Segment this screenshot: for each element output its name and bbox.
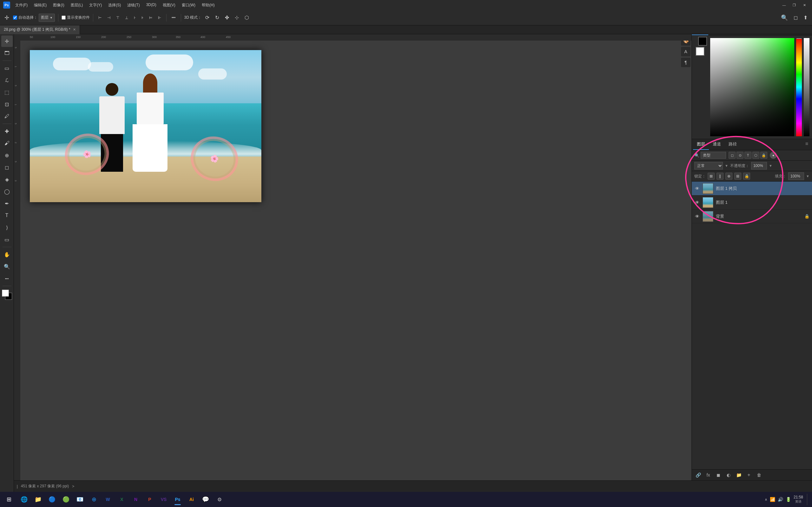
taskbar-app-excel[interactable]: X [115,493,128,506]
shape-tool[interactable]: ▭ [1,234,13,245]
taskbar-app-ppt[interactable]: P [143,493,156,506]
move-tool-button[interactable]: ✛ [3,13,11,23]
menu-3d[interactable]: 3D(D) [144,2,159,9]
align-extra2-button[interactable]: ⊩ [156,13,163,23]
layer-dropdown[interactable]: 图层 ▼ [39,14,55,22]
align-right-button[interactable]: ⊤ [114,13,121,23]
menu-window[interactable]: 窗口(W) [179,2,198,9]
taskbar-app-chrome[interactable]: 🟢 [60,493,72,506]
bg-color-box[interactable] [698,37,707,46]
foreground-color-swatch[interactable] [2,290,9,297]
system-clock[interactable]: 21:58 英语 [794,495,803,504]
taskbar-app-dev[interactable]: VS [157,493,170,506]
auto-select-checkbox[interactable] [13,15,17,20]
layer-effects-button[interactable]: fx [705,471,712,479]
new-group-button[interactable]: 📁 [735,471,743,479]
tab-layers[interactable]: 图层 [693,139,709,150]
tab-paths[interactable]: 路径 [725,139,741,150]
lock-image-button[interactable]: ∥ [716,173,723,180]
align-center-h-button[interactable]: ⊣ [105,13,112,23]
paragraph-button[interactable]: ¶ [681,58,691,67]
layers-panel-menu-button[interactable]: ≡ [803,139,811,150]
align-left-button[interactable]: ⊢ [96,13,103,23]
filter-adjustment-button[interactable]: ⊙ [737,152,744,159]
document-tab[interactable]: 28.png @ 300% (图层 1 拷贝, RGB/8) * ✕ [0,25,80,34]
alpha-slider[interactable] [804,38,809,136]
info-arrow-icon[interactable]: > [72,484,74,489]
link-layers-button[interactable]: 🔗 [694,471,702,479]
move-tool[interactable]: ✛ [1,36,13,47]
hue-slider[interactable] [796,38,802,136]
crop-tool[interactable]: ⊡ [1,99,13,110]
taskbar-app-ai[interactable]: Ai [185,493,198,506]
close-tab-button[interactable]: ✕ [73,27,76,32]
3d-slide-button[interactable]: ⊹ [233,13,241,23]
align-extra-button[interactable]: ⊨ [147,13,154,23]
color-saturation-brightness[interactable] [710,38,794,136]
pen-tool[interactable]: ✒ [1,198,13,209]
clone-stamp-tool[interactable]: ⊕ [1,150,13,161]
layer-row-1[interactable]: 👁 图层 1 [692,195,812,210]
marquee-tool[interactable]: ▭ [1,62,13,74]
layer-visibility-bg[interactable]: 👁 [694,214,700,219]
menu-filter[interactable]: 滤镜(T) [125,2,142,9]
menu-help[interactable]: 帮助(H) [199,2,217,9]
tab-channels[interactable]: 通道 [709,139,725,150]
layer-row-copy[interactable]: 👁 图层 1 拷贝 [692,181,812,195]
tray-up-arrow[interactable]: ∧ [765,498,767,502]
delete-layer-button[interactable]: 🗑 [755,471,763,479]
lock-position-button[interactable]: ⊕ [725,173,732,180]
taskbar-app-files[interactable]: 📁 [32,493,44,506]
gradient-tool[interactable]: ◈ [1,174,13,185]
fill-input[interactable] [788,172,804,180]
menu-select[interactable]: 选择(S) [106,2,123,9]
lock-pixels-button[interactable]: ⊠ [708,173,715,180]
more-tools-button[interactable]: ••• [1,273,13,284]
opacity-input[interactable] [751,162,767,170]
zoom-tool[interactable]: 🔍 [1,261,13,272]
brush-tool[interactable]: 🖌 [1,137,13,149]
taskbar-app-settings[interactable]: ⚙ [213,493,226,506]
object-select-tool[interactable]: ⬚ [1,87,13,98]
taskbar-app-onenote[interactable]: N [130,493,142,506]
menu-edit[interactable]: 编辑(E) [32,2,49,9]
3d-orbit-button[interactable]: ⟳ [203,13,211,23]
minimize-button[interactable]: — [780,2,789,9]
filter-smart-button[interactable]: 🔒 [760,152,767,159]
layer-row-bg[interactable]: 👁 背景 🔒 [692,210,812,223]
3d-roll-button[interactable]: ↻ [213,13,221,23]
menu-layer[interactable]: 图层(L) [68,2,86,9]
align-top-button[interactable]: ⊥ [123,13,130,23]
taskbar-app-wechat[interactable]: 💬 [199,493,212,506]
taskbar-app-ps[interactable]: Ps [171,493,184,506]
text-panel-button[interactable]: A [681,47,691,56]
document-canvas[interactable]: 🌸 🌸 [30,50,261,202]
align-center-v-button[interactable]: ⊦ [132,13,138,23]
path-select-tool[interactable]: ⟩ [1,222,13,233]
3d-pan-button[interactable]: ✤ [223,13,231,23]
more-options-button[interactable]: ••• [170,13,177,23]
taskbar-app-store[interactable]: ⊕ [88,493,100,506]
lock-artboard-button[interactable]: ⊞ [734,173,741,180]
maximize-button[interactable]: ❐ [790,2,799,9]
filter-toggle-button[interactable]: ● [770,152,777,159]
adjustment-layer-button[interactable]: ◐ [725,471,732,479]
filter-shape-button[interactable]: ⬡ [752,152,759,159]
share-button[interactable]: ⬆ [802,13,809,23]
artboard-tool[interactable]: 🗔 [1,48,13,59]
show-transform-checkbox[interactable] [61,15,66,20]
taskbar-app-word[interactable]: W [101,493,114,506]
volume-icon[interactable]: 🔊 [778,497,783,502]
eyedropper-tool[interactable]: 🖊 [1,111,13,122]
filter-pixel-button[interactable]: ◻ [728,152,735,159]
healing-brush-tool[interactable]: ✚ [1,125,13,137]
lasso-tool[interactable]: ℒ [1,74,13,86]
fg-color-box[interactable] [696,47,705,56]
eraser-tool[interactable]: ◻ [1,162,13,173]
layer-mask-button[interactable]: ◼ [715,471,722,479]
fit-screen-button[interactable]: ◻ [792,13,800,23]
layer-visibility-1[interactable]: 👁 [694,200,700,205]
close-button[interactable]: ✕ [800,2,809,9]
lock-all-button[interactable]: 🔒 [743,173,750,180]
filter-text-button[interactable]: T [745,152,751,159]
